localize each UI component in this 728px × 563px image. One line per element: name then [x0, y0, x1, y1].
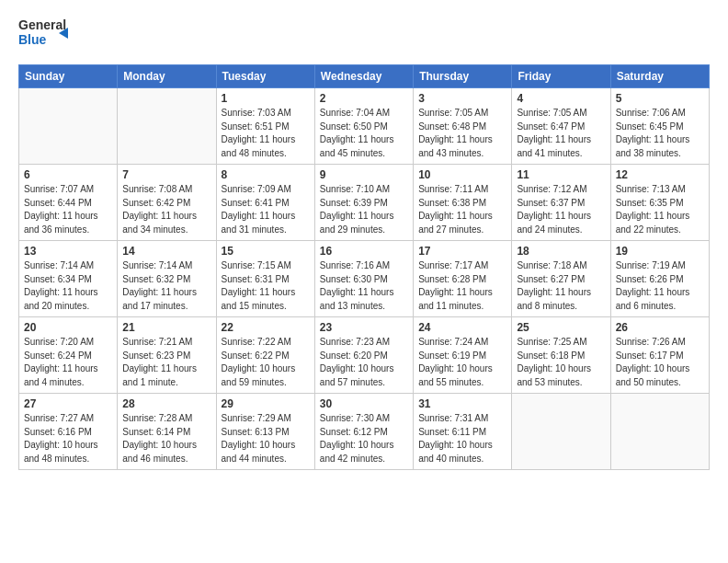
day-number: 20: [24, 321, 112, 334]
calendar-table: SundayMondayTuesdayWednesdayThursdayFrid…: [18, 64, 710, 470]
day-detail: Sunrise: 7:13 AMSunset: 6:35 PMDaylight:…: [616, 183, 704, 236]
logo: General Blue: [18, 15, 68, 55]
svg-text:General: General: [18, 17, 66, 32]
day-number: 29: [222, 397, 310, 410]
day-detail: Sunrise: 7:08 AMSunset: 6:42 PMDaylight:…: [122, 183, 210, 236]
day-detail: Sunrise: 7:18 AMSunset: 6:27 PMDaylight:…: [517, 259, 605, 313]
day-number: 13: [24, 245, 112, 258]
day-number: 19: [616, 245, 704, 258]
calendar-week-4: 20Sunrise: 7:20 AMSunset: 6:24 PMDayligh…: [19, 317, 710, 394]
calendar-week-3: 13Sunrise: 7:14 AMSunset: 6:34 PMDayligh…: [19, 241, 710, 317]
day-detail: Sunrise: 7:03 AMSunset: 6:51 PMDaylight:…: [222, 107, 310, 160]
day-detail: Sunrise: 7:30 AMSunset: 6:12 PMDaylight:…: [320, 412, 408, 465]
day-number: 11: [517, 168, 605, 181]
calendar-cell: 20Sunrise: 7:20 AMSunset: 6:24 PMDayligh…: [19, 317, 118, 394]
calendar-cell: 26Sunrise: 7:26 AMSunset: 6:17 PMDayligh…: [610, 317, 709, 394]
day-number: 21: [122, 321, 210, 334]
weekday-header-sunday: Sunday: [19, 65, 118, 88]
day-detail: Sunrise: 7:10 AMSunset: 6:39 PMDaylight:…: [320, 183, 408, 236]
day-number: 15: [222, 245, 310, 258]
calendar-week-5: 27Sunrise: 7:27 AMSunset: 6:16 PMDayligh…: [19, 394, 710, 470]
calendar-cell: 8Sunrise: 7:09 AMSunset: 6:41 PMDaylight…: [216, 165, 314, 241]
calendar-cell: 4Sunrise: 7:05 AMSunset: 6:47 PMDaylight…: [512, 88, 610, 165]
calendar-cell: 5Sunrise: 7:06 AMSunset: 6:45 PMDaylight…: [610, 88, 709, 165]
calendar-cell: 24Sunrise: 7:24 AMSunset: 6:19 PMDayligh…: [414, 317, 512, 394]
calendar-cell: 23Sunrise: 7:23 AMSunset: 6:20 PMDayligh…: [314, 317, 413, 394]
calendar-cell: 15Sunrise: 7:15 AMSunset: 6:31 PMDayligh…: [216, 241, 314, 317]
calendar-cell: 31Sunrise: 7:31 AMSunset: 6:11 PMDayligh…: [414, 394, 512, 470]
calendar-cell: 30Sunrise: 7:30 AMSunset: 6:12 PMDayligh…: [314, 394, 413, 470]
svg-text:Blue: Blue: [18, 32, 47, 47]
calendar-cell: [610, 394, 709, 470]
calendar-cell: 19Sunrise: 7:19 AMSunset: 6:26 PMDayligh…: [610, 241, 709, 317]
day-detail: Sunrise: 7:17 AMSunset: 6:28 PMDaylight:…: [418, 259, 506, 313]
calendar-cell: 11Sunrise: 7:12 AMSunset: 6:37 PMDayligh…: [512, 165, 610, 241]
day-number: 31: [418, 397, 506, 410]
day-detail: Sunrise: 7:05 AMSunset: 6:48 PMDaylight:…: [418, 107, 506, 160]
day-detail: Sunrise: 7:27 AMSunset: 6:16 PMDaylight:…: [24, 412, 112, 465]
day-detail: Sunrise: 7:31 AMSunset: 6:11 PMDaylight:…: [418, 412, 506, 465]
calendar-cell: 21Sunrise: 7:21 AMSunset: 6:23 PMDayligh…: [118, 317, 216, 394]
day-number: 27: [24, 397, 112, 410]
day-detail: Sunrise: 7:26 AMSunset: 6:17 PMDaylight:…: [616, 336, 704, 389]
day-number: 12: [616, 168, 704, 181]
calendar-cell: [512, 394, 610, 470]
day-detail: Sunrise: 7:24 AMSunset: 6:19 PMDaylight:…: [418, 336, 506, 389]
day-detail: Sunrise: 7:06 AMSunset: 6:45 PMDaylight:…: [616, 107, 704, 160]
calendar-cell: 2Sunrise: 7:04 AMSunset: 6:50 PMDaylight…: [314, 88, 413, 165]
calendar-page: General Blue SundayMondayTuesdayWednesda…: [0, 0, 728, 563]
day-number: 3: [418, 92, 506, 105]
day-number: 14: [122, 245, 210, 258]
day-number: 2: [320, 92, 408, 105]
day-detail: Sunrise: 7:29 AMSunset: 6:13 PMDaylight:…: [222, 412, 310, 465]
day-detail: Sunrise: 7:23 AMSunset: 6:20 PMDaylight:…: [320, 336, 408, 389]
day-detail: Sunrise: 7:09 AMSunset: 6:41 PMDaylight:…: [222, 183, 310, 236]
weekday-header-saturday: Saturday: [610, 65, 709, 88]
calendar-cell: 1Sunrise: 7:03 AMSunset: 6:51 PMDaylight…: [216, 88, 314, 165]
calendar-cell: 28Sunrise: 7:28 AMSunset: 6:14 PMDayligh…: [118, 394, 216, 470]
day-number: 23: [320, 321, 408, 334]
calendar-cell: 13Sunrise: 7:14 AMSunset: 6:34 PMDayligh…: [19, 241, 118, 317]
day-detail: Sunrise: 7:11 AMSunset: 6:38 PMDaylight:…: [418, 183, 506, 236]
weekday-header-row: SundayMondayTuesdayWednesdayThursdayFrid…: [19, 65, 710, 88]
day-number: 26: [616, 321, 704, 334]
weekday-header-monday: Monday: [118, 65, 216, 88]
day-number: 10: [418, 168, 506, 181]
calendar-cell: [118, 88, 216, 165]
calendar-cell: 25Sunrise: 7:25 AMSunset: 6:18 PMDayligh…: [512, 317, 610, 394]
calendar-cell: 17Sunrise: 7:17 AMSunset: 6:28 PMDayligh…: [414, 241, 512, 317]
weekday-header-thursday: Thursday: [414, 65, 512, 88]
day-number: 25: [517, 321, 605, 334]
day-detail: Sunrise: 7:21 AMSunset: 6:23 PMDaylight:…: [122, 336, 210, 389]
day-number: 9: [320, 168, 408, 181]
day-detail: Sunrise: 7:22 AMSunset: 6:22 PMDaylight:…: [222, 336, 310, 389]
day-number: 30: [320, 397, 408, 410]
calendar-week-1: 1Sunrise: 7:03 AMSunset: 6:51 PMDaylight…: [19, 88, 710, 165]
calendar-cell: 3Sunrise: 7:05 AMSunset: 6:48 PMDaylight…: [414, 88, 512, 165]
day-number: 5: [616, 92, 704, 105]
day-number: 18: [517, 245, 605, 258]
calendar-cell: 9Sunrise: 7:10 AMSunset: 6:39 PMDaylight…: [314, 165, 413, 241]
day-number: 4: [517, 92, 605, 105]
weekday-header-tuesday: Tuesday: [216, 65, 314, 88]
logo-icon: General Blue: [18, 15, 68, 55]
calendar-cell: 6Sunrise: 7:07 AMSunset: 6:44 PMDaylight…: [19, 165, 118, 241]
calendar-cell: 29Sunrise: 7:29 AMSunset: 6:13 PMDayligh…: [216, 394, 314, 470]
day-detail: Sunrise: 7:14 AMSunset: 6:34 PMDaylight:…: [24, 259, 112, 313]
day-detail: Sunrise: 7:15 AMSunset: 6:31 PMDaylight:…: [222, 259, 310, 313]
day-detail: Sunrise: 7:20 AMSunset: 6:24 PMDaylight:…: [24, 336, 112, 389]
day-number: 16: [320, 245, 408, 258]
weekday-header-wednesday: Wednesday: [314, 65, 413, 88]
day-detail: Sunrise: 7:28 AMSunset: 6:14 PMDaylight:…: [122, 412, 210, 465]
day-detail: Sunrise: 7:04 AMSunset: 6:50 PMDaylight:…: [320, 107, 408, 160]
day-detail: Sunrise: 7:25 AMSunset: 6:18 PMDaylight:…: [517, 336, 605, 389]
day-detail: Sunrise: 7:07 AMSunset: 6:44 PMDaylight:…: [24, 183, 112, 236]
day-number: 1: [222, 92, 310, 105]
day-number: 8: [222, 168, 310, 181]
calendar-cell: [19, 88, 118, 165]
day-detail: Sunrise: 7:16 AMSunset: 6:30 PMDaylight:…: [320, 259, 408, 313]
day-number: 22: [222, 321, 310, 334]
calendar-cell: 12Sunrise: 7:13 AMSunset: 6:35 PMDayligh…: [610, 165, 709, 241]
calendar-week-2: 6Sunrise: 7:07 AMSunset: 6:44 PMDaylight…: [19, 165, 710, 241]
calendar-cell: 22Sunrise: 7:22 AMSunset: 6:22 PMDayligh…: [216, 317, 314, 394]
